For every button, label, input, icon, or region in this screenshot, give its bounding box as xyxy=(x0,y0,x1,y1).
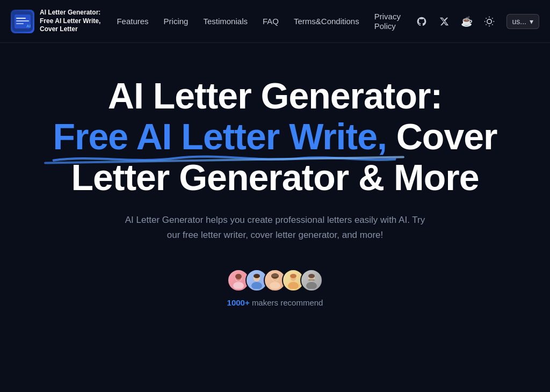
hero-title-blue-text: Free AI Letter Write, xyxy=(53,116,396,157)
hero-title-line1: AI Letter Generator: xyxy=(108,75,442,116)
nav-faq[interactable]: FAQ xyxy=(263,17,279,26)
svg-rect-3 xyxy=(16,20,29,21)
avatars-section: 1000+ makers recommend xyxy=(227,269,323,307)
logo-icon: AI xyxy=(11,10,34,33)
svg-line-13 xyxy=(486,24,486,25)
navbar: AI AI Letter Generator: Free AI Letter W… xyxy=(0,0,550,43)
svg-point-22 xyxy=(254,274,260,278)
coffee-icon[interactable]: ☕ xyxy=(459,14,474,29)
lang-label: us... xyxy=(512,17,526,26)
svg-line-10 xyxy=(492,24,493,25)
theme-toggle-icon[interactable] xyxy=(482,14,497,29)
svg-point-35 xyxy=(308,274,315,278)
nav-links: Features Pricing Testimonials FAQ Terms&… xyxy=(117,12,408,31)
svg-rect-2 xyxy=(16,18,26,19)
hero-title: AI Letter Generator: Free AI Letter Writ… xyxy=(53,75,497,198)
svg-line-14 xyxy=(492,18,493,18)
logo-area[interactable]: AI AI Letter Generator: Free AI Letter W… xyxy=(11,9,100,34)
nav-features[interactable]: Features xyxy=(117,17,148,26)
nav-testimonials[interactable]: Testimonials xyxy=(203,17,248,26)
svg-text:AI: AI xyxy=(26,24,31,28)
avatars-row xyxy=(227,269,323,292)
svg-point-33 xyxy=(306,282,317,289)
nav-icons: ☕ us... ▾ xyxy=(414,14,539,29)
svg-point-18 xyxy=(235,274,242,279)
svg-point-24 xyxy=(270,282,280,289)
nav-pricing[interactable]: Pricing xyxy=(164,17,189,26)
svg-rect-4 xyxy=(16,23,24,24)
hero-section: AI Letter Generator: Free AI Letter Writ… xyxy=(0,43,550,329)
makers-count: 1000+ xyxy=(227,298,250,307)
hero-subtitle: AI Letter Generator helps you create pro… xyxy=(119,213,431,242)
underline-curve-svg xyxy=(50,154,399,163)
avatar-5 xyxy=(300,269,323,292)
svg-point-31 xyxy=(290,274,296,278)
svg-point-6 xyxy=(487,19,491,23)
svg-line-9 xyxy=(486,18,486,18)
makers-recommend-label: makers recommend xyxy=(252,298,323,307)
hero-title-cover: Cover xyxy=(396,116,497,157)
nav-terms[interactable]: Terms&Conditions xyxy=(294,17,359,26)
nav-privacy[interactable]: Privacy Policy xyxy=(374,12,401,31)
twitter-icon[interactable] xyxy=(437,14,452,29)
svg-rect-36 xyxy=(308,279,315,281)
svg-point-16 xyxy=(233,282,244,289)
svg-point-20 xyxy=(251,282,262,289)
chevron-down-icon: ▾ xyxy=(530,17,533,26)
language-button[interactable]: us... ▾ xyxy=(506,14,539,29)
logo-text: AI Letter Generator: Free AI Letter Writ… xyxy=(40,9,100,34)
svg-point-27 xyxy=(271,274,279,277)
github-icon[interactable] xyxy=(414,14,429,29)
svg-point-29 xyxy=(288,282,299,289)
makers-text: 1000+ makers recommend xyxy=(227,298,323,307)
